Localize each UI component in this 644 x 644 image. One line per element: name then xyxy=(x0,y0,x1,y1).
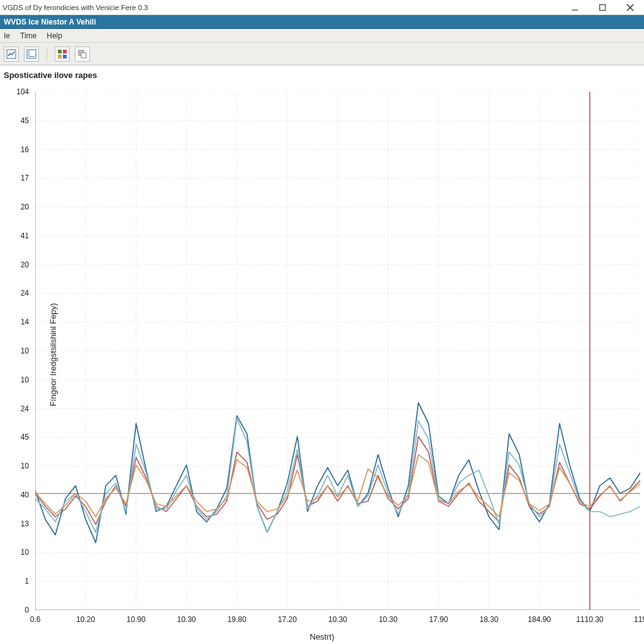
window-titlebar: VGDS of Dy ferondicies with Venicie Fere… xyxy=(0,0,644,15)
y-tick-label: 104 xyxy=(0,87,29,96)
menu-item-file[interactable]: Ie xyxy=(4,31,10,40)
toolbar-layers-button[interactable] xyxy=(75,47,90,62)
y-tick-label: 17 xyxy=(0,174,29,182)
y-tick-label: 10 xyxy=(0,462,29,470)
toolbar-palette-button[interactable] xyxy=(55,47,70,62)
x-tick-label: 0.6 xyxy=(30,615,41,624)
x-tick-label: 19.80 xyxy=(228,615,247,624)
y-tick-label: 45 xyxy=(0,116,29,125)
svg-rect-11 xyxy=(63,55,67,58)
svg-rect-5 xyxy=(27,50,36,58)
chart-window-icon xyxy=(6,49,16,59)
close-button[interactable] xyxy=(616,0,644,14)
y-tick-label: 45 xyxy=(0,433,29,441)
x-tick-label: 184.90 xyxy=(528,615,551,624)
maximize-button[interactable] xyxy=(589,0,616,14)
x-tick-label: 10.30 xyxy=(328,615,347,624)
maximize-icon xyxy=(599,4,606,11)
toolbar-separator xyxy=(47,47,47,61)
toolbar xyxy=(0,43,644,65)
x-tick-label: 10.90 xyxy=(126,615,145,624)
y-tick-label: 16 xyxy=(0,145,29,154)
svg-rect-13 xyxy=(81,53,86,58)
y-tick-label: 20 xyxy=(0,260,29,269)
menu-bar: Ie Time Help xyxy=(0,29,644,43)
plot-region[interactable] xyxy=(35,92,640,610)
y-tick-label: 10 xyxy=(0,347,29,355)
y-tick-label: 24 xyxy=(0,404,29,413)
close-icon xyxy=(626,4,634,11)
palette-icon xyxy=(57,49,67,59)
window-subtitle: WVDS Ice Niestor A Vehili xyxy=(4,18,96,26)
y-tick-label: 40 xyxy=(0,491,29,499)
toolbar-chart-window-button[interactable] xyxy=(4,47,19,62)
minimize-icon xyxy=(571,4,579,11)
y-tick-label: 10 xyxy=(0,375,29,384)
y-tick-label: 14 xyxy=(0,318,29,326)
y-tick-label: 1 xyxy=(0,577,29,586)
x-tick-label: 1110.30 xyxy=(576,615,603,624)
svg-rect-8 xyxy=(58,50,62,53)
y-tick-label: 41 xyxy=(0,231,29,240)
y-axis-ticks: 1044516172041202414101024451040131010 xyxy=(0,92,33,610)
x-tick-label: 17.90 xyxy=(429,615,448,624)
x-tick-label: 10.20 xyxy=(76,615,95,624)
minimize-button[interactable] xyxy=(561,0,589,14)
y-tick-label: 13 xyxy=(0,519,29,528)
layers-icon xyxy=(77,49,87,59)
menu-item-help[interactable]: Help xyxy=(47,31,62,40)
svg-rect-1 xyxy=(600,4,606,10)
plot-svg xyxy=(35,92,640,610)
toolbar-axes-window-button[interactable] xyxy=(24,47,39,62)
window-title: VGDS of Dy ferondicies with Venicie Fere… xyxy=(3,4,561,11)
x-tick-label: 18.30 xyxy=(479,615,498,624)
x-axis-ticks: 0.610.2010.9010.3019.8017.2010.3010.3017… xyxy=(35,615,640,626)
y-tick-label: 20 xyxy=(0,203,29,211)
axes-window-icon xyxy=(26,49,36,59)
svg-rect-10 xyxy=(58,55,62,58)
x-axis-label: Nestrt) xyxy=(310,632,335,641)
x-tick-label: 119 xyxy=(634,615,644,624)
x-tick-label: 10.30 xyxy=(379,615,397,624)
x-tick-label: 17.20 xyxy=(278,615,297,624)
chart-area: Sposticative ilove rapes Fíngeor Iredgst… xyxy=(0,65,644,644)
window-subtitle-bar: WVDS Ice Niestor A Vehili xyxy=(0,15,644,29)
svg-rect-9 xyxy=(63,50,67,53)
y-tick-label: 10 xyxy=(0,548,29,557)
menu-item-time[interactable]: Time xyxy=(20,31,36,40)
window-buttons xyxy=(561,0,644,14)
y-tick-label: 0 xyxy=(0,606,29,614)
y-tick-label: 24 xyxy=(0,289,29,297)
x-tick-label: 10.30 xyxy=(177,615,196,624)
chart-title: Sposticative ilove rapes xyxy=(4,70,97,80)
